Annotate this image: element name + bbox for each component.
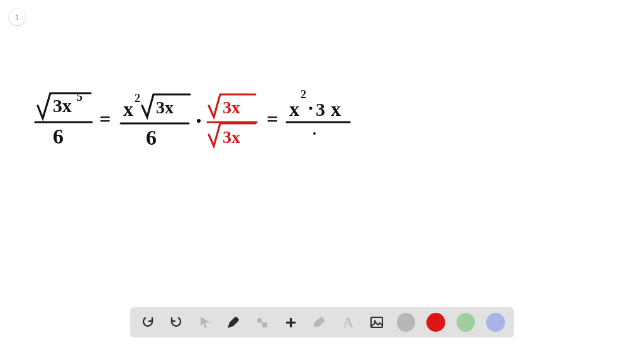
multiply-dot-1 — [197, 119, 201, 123]
t4-c: x — [331, 98, 341, 120]
t2-coef-exp: 2 — [135, 92, 140, 105]
t2-coef: x — [123, 98, 133, 120]
color-green[interactable] — [457, 313, 475, 332]
equals-2: = — [267, 108, 278, 130]
color-gray[interactable] — [397, 313, 416, 332]
den-dot — [313, 132, 316, 135]
t1-exp: 5 — [77, 91, 82, 103]
image-icon — [369, 315, 384, 330]
t2-den: 6 — [146, 126, 157, 149]
add-button[interactable]: + — [282, 314, 300, 331]
undo-icon — [140, 315, 155, 330]
t4-a-exp: 2 — [301, 88, 306, 101]
color-red[interactable] — [426, 313, 445, 332]
text-button[interactable]: A — [340, 314, 357, 331]
t1-under-root: 3x — [53, 95, 72, 116]
color-blue[interactable] — [486, 313, 505, 332]
pen-icon — [226, 315, 241, 330]
pointer-icon — [197, 315, 213, 330]
t4-a: x — [289, 98, 299, 120]
pen-button[interactable] — [225, 314, 243, 331]
image-button[interactable] — [368, 314, 386, 331]
shapes-icon — [255, 315, 270, 330]
svg-point-0 — [257, 318, 262, 323]
eraser-icon — [312, 315, 327, 330]
t3-num-under-root: 3x — [223, 98, 240, 117]
redo-button[interactable] — [168, 314, 186, 331]
undo-button[interactable] — [139, 314, 157, 331]
t3-den-under-root: 3x — [223, 127, 240, 147]
redo-icon — [169, 315, 184, 330]
t2-under-root: 3x — [156, 98, 174, 117]
toolbar: + A — [130, 307, 514, 337]
eraser-button[interactable] — [311, 314, 328, 331]
multiply-dot-2 — [309, 107, 313, 110]
svg-rect-1 — [262, 322, 267, 327]
whiteboard-canvas[interactable]: 3x 5 6 = x 2 3x 6 3x 3x = x 2 3 x — [0, 0, 644, 315]
shapes-button[interactable] — [253, 314, 271, 331]
t1-den: 6 — [53, 125, 64, 148]
pointer-button[interactable] — [196, 314, 214, 331]
equals-1: = — [99, 108, 111, 130]
t4-b: 3 — [316, 99, 325, 120]
